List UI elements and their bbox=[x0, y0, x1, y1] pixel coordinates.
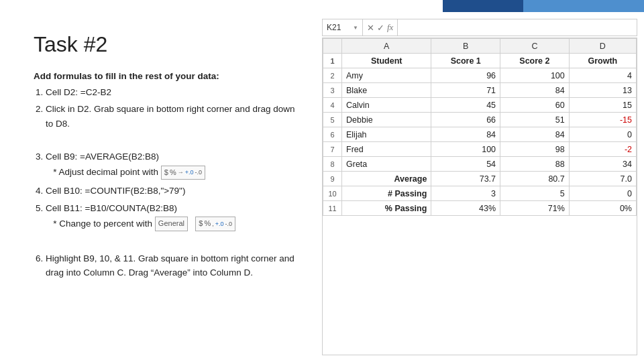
cell-c8[interactable]: 88 bbox=[500, 157, 570, 172]
cell-c7[interactable]: 98 bbox=[500, 142, 570, 157]
cell-c5[interactable]: 51 bbox=[500, 113, 570, 127]
col-header-b: B bbox=[431, 39, 500, 54]
cell-d9[interactable]: 7.0 bbox=[569, 172, 636, 186]
cell-b7[interactable]: 100 bbox=[431, 142, 500, 157]
step-1: Cell D2: =C2-B2 bbox=[46, 85, 295, 100]
cell-d10[interactable]: 0 bbox=[569, 186, 636, 201]
row-num-2: 2 bbox=[323, 68, 342, 83]
format-bar-1: $ % → +.0 -.0 bbox=[161, 166, 205, 180]
cell-d5[interactable]: -15 bbox=[569, 113, 636, 127]
row-num-4: 4 bbox=[323, 98, 342, 113]
step-6: Highlight B9, 10, & 11. Grab square in b… bbox=[46, 251, 295, 280]
cell-a9[interactable]: Average bbox=[342, 172, 431, 186]
cell-a2[interactable]: Amy bbox=[342, 68, 431, 83]
cell-a6[interactable]: Elijah bbox=[342, 127, 431, 142]
cell-a8[interactable]: Greta bbox=[342, 157, 431, 172]
cell-c2[interactable]: 100 bbox=[500, 68, 570, 83]
cell-b6[interactable]: 84 bbox=[431, 127, 500, 142]
cell-b11[interactable]: 43% bbox=[431, 201, 500, 216]
formula-icons: ✕ ✓ fx bbox=[363, 19, 398, 36]
row-num-6: 6 bbox=[323, 127, 342, 142]
cell-b3[interactable]: 71 bbox=[431, 83, 500, 98]
cell-b8[interactable]: 54 bbox=[431, 157, 500, 172]
cell-ref-dropdown-icon[interactable]: ▼ bbox=[353, 25, 358, 31]
cell-c10[interactable]: 5 bbox=[500, 186, 570, 201]
col-header-a: A bbox=[342, 39, 431, 54]
table-row: 2 Amy 96 100 4 bbox=[323, 68, 637, 83]
row-num-11: 11 bbox=[323, 201, 342, 216]
cell-d7[interactable]: -2 bbox=[569, 142, 636, 157]
row-num-1: 1 bbox=[323, 54, 342, 68]
cell-d3[interactable]: 13 bbox=[569, 83, 636, 98]
step-2: Click in D2. Grab square in bottom right… bbox=[46, 102, 295, 131]
intro-text: Add formulas to fill in the rest of your… bbox=[34, 69, 295, 84]
steps-list-3: Highlight B9, 10, & 11. Grab square in b… bbox=[46, 251, 295, 280]
cell-d2[interactable]: 4 bbox=[569, 68, 636, 83]
cell-c6[interactable]: 84 bbox=[500, 127, 570, 142]
cell-a1[interactable]: Student bbox=[342, 54, 431, 68]
cell-d4[interactable]: 15 bbox=[569, 98, 636, 113]
insert-function-icon[interactable]: fx bbox=[387, 22, 393, 33]
summary-row-average: 9 Average 73.7 80.7 7.0 bbox=[323, 172, 637, 186]
table-row: 7 Fred 100 98 -2 bbox=[323, 142, 637, 157]
cancel-formula-icon[interactable]: ✕ bbox=[367, 23, 374, 33]
step-5: Cell B11: =B10/COUNTA(B2:B8) * Change to… bbox=[46, 201, 295, 233]
summary-row-pct-passing: 11 % Passing 43% 71% 0% bbox=[323, 201, 637, 216]
row-num-7: 7 bbox=[323, 142, 342, 157]
cell-b1[interactable]: Score 1 bbox=[431, 54, 500, 68]
cell-a4[interactable]: Calvin bbox=[342, 98, 431, 113]
cell-a10[interactable]: # Passing bbox=[342, 186, 431, 201]
cell-d6[interactable]: 0 bbox=[569, 127, 636, 142]
table-row: 5 Debbie 66 51 -15 bbox=[323, 113, 637, 127]
row-num-5: 5 bbox=[323, 113, 342, 127]
col-header-row: A B C D bbox=[323, 39, 637, 54]
cell-c1[interactable]: Score 2 bbox=[500, 54, 570, 68]
cell-b10[interactable]: 3 bbox=[431, 186, 500, 201]
col-header-d: D bbox=[569, 39, 636, 54]
steps-list: Cell D2: =C2-B2 Click in D2. Grab square… bbox=[46, 85, 295, 131]
format-bar-3: $ % , +.0 -.0 bbox=[195, 217, 235, 231]
left-panel: Task #2 Add formulas to fill in the rest… bbox=[0, 12, 322, 362]
row-num-3: 3 bbox=[323, 83, 342, 98]
cell-a7[interactable]: Fred bbox=[342, 142, 431, 157]
cell-c9[interactable]: 80.7 bbox=[500, 172, 570, 186]
cell-c4[interactable]: 60 bbox=[500, 98, 570, 113]
data-table: A B C D 1 Student Score 1 Score 2 Growth bbox=[323, 38, 637, 216]
cell-c11[interactable]: 71% bbox=[500, 201, 570, 216]
table-row: 8 Greta 54 88 34 bbox=[323, 157, 637, 172]
cell-d8[interactable]: 34 bbox=[569, 157, 636, 172]
row-num-8: 8 bbox=[323, 157, 342, 172]
summary-row-passing: 10 # Passing 3 5 0 bbox=[323, 186, 637, 201]
formula-bar: K21 ▼ ✕ ✓ fx bbox=[322, 19, 637, 36]
cell-a3[interactable]: Blake bbox=[342, 83, 431, 98]
cell-a11[interactable]: % Passing bbox=[342, 201, 431, 216]
spreadsheet: A B C D 1 Student Score 1 Score 2 Growth bbox=[322, 38, 637, 355]
cell-d1[interactable]: Growth bbox=[569, 54, 636, 68]
corner-cell bbox=[323, 39, 342, 54]
step-5-note: * Change to percent with General $ % , +… bbox=[46, 219, 235, 229]
cell-d11[interactable]: 0% bbox=[569, 201, 636, 216]
cell-b9[interactable]: 73.7 bbox=[431, 172, 500, 186]
cell-reference[interactable]: K21 ▼ bbox=[323, 19, 363, 36]
step-4: Cell B10: =COUNTIF(B2:B8,">79") bbox=[46, 184, 295, 198]
row-num-9: 9 bbox=[323, 172, 342, 186]
cell-b2[interactable]: 96 bbox=[431, 68, 500, 83]
col-header-c: C bbox=[500, 39, 570, 54]
table-row: 3 Blake 71 84 13 bbox=[323, 83, 637, 98]
table-row: 6 Elijah 84 84 0 bbox=[323, 127, 637, 142]
page-title: Task #2 bbox=[34, 32, 295, 57]
cell-a5[interactable]: Debbie bbox=[342, 113, 431, 127]
cell-b5[interactable]: 66 bbox=[431, 113, 500, 127]
top-bar-light bbox=[523, 0, 644, 12]
instructions: Add formulas to fill in the rest of your… bbox=[34, 69, 295, 280]
step-3-note: * Adjust decimal point with $ % → +.0 -.… bbox=[46, 167, 205, 177]
confirm-formula-icon[interactable]: ✓ bbox=[377, 23, 384, 33]
steps-list-2: Cell B9: =AVERAGE(B2:B8) * Adjust decima… bbox=[46, 149, 295, 233]
table-header-row: 1 Student Score 1 Score 2 Growth bbox=[323, 54, 637, 68]
table-row: 4 Calvin 45 60 15 bbox=[323, 98, 637, 113]
row-num-10: 10 bbox=[323, 186, 342, 201]
format-bar-2: General bbox=[155, 217, 188, 231]
cell-c3[interactable]: 84 bbox=[500, 83, 570, 98]
cell-b4[interactable]: 45 bbox=[431, 98, 500, 113]
right-panel: K21 ▼ ✕ ✓ fx A B C D bbox=[322, 12, 644, 362]
